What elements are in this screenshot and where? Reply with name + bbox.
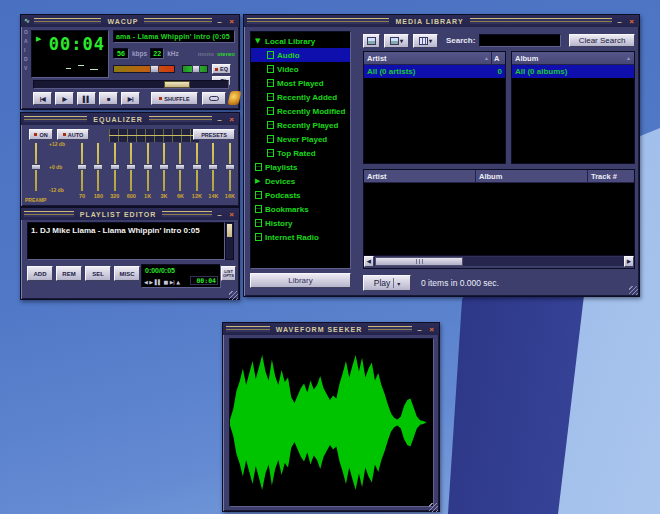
- eq-handle-320[interactable]: [110, 164, 120, 170]
- eq-handle-6k[interactable]: [175, 164, 185, 170]
- tree-item-never-played[interactable]: Never Played: [251, 132, 350, 146]
- artist-list[interactable]: All (0 artists) 0: [364, 65, 505, 163]
- close-icon[interactable]: ×: [227, 17, 236, 26]
- play-button[interactable]: ▶: [55, 92, 74, 105]
- waveform-display[interactable]: [229, 338, 434, 507]
- volume-slider[interactable]: [113, 65, 175, 73]
- eq-slider-320[interactable]: [110, 143, 120, 191]
- list-options-button[interactable]: LIST OPTS: [221, 266, 236, 281]
- close-icon[interactable]: ×: [627, 17, 636, 26]
- columns-view-button[interactable]: ▾: [413, 34, 438, 48]
- minimize-icon[interactable]: –: [215, 17, 224, 26]
- preamp-slider[interactable]: [31, 143, 41, 191]
- presets-button[interactable]: PRESETS: [193, 129, 235, 140]
- track-artist-column[interactable]: Artist: [364, 170, 476, 182]
- clear-search-button[interactable]: Clear Search: [569, 34, 635, 47]
- library-button[interactable]: Library: [250, 273, 351, 288]
- resize-grip[interactable]: [229, 291, 238, 300]
- tree-item-history[interactable]: History: [251, 216, 350, 230]
- seek-handle[interactable]: [164, 81, 190, 88]
- scrollbar-handle[interactable]: [227, 224, 232, 237]
- next-button[interactable]: ▶|: [121, 92, 140, 105]
- wacup-lightning-icon[interactable]: [228, 91, 242, 105]
- stop-button[interactable]: ■: [99, 92, 118, 105]
- eq-slider-12k[interactable]: [192, 143, 202, 191]
- clutterbar-i-button[interactable]: I: [24, 48, 28, 53]
- clutterbar-o-button[interactable]: O: [24, 30, 28, 35]
- equalizer-toggle-button[interactable]: EQ: [212, 64, 231, 74]
- track-title-marquee[interactable]: ama - Llama Whippin' Intro (0:05: [113, 30, 235, 43]
- tree-item-audio[interactable]: Audio: [251, 48, 350, 62]
- track-number-column[interactable]: Track #: [588, 170, 634, 182]
- close-icon[interactable]: ×: [227, 115, 236, 124]
- spectrum-visualization[interactable]: [66, 68, 71, 69]
- balance-slider[interactable]: [182, 65, 208, 73]
- eq-slider-180[interactable]: [93, 143, 103, 191]
- tree-item-recently-modified[interactable]: Recently Modified: [251, 104, 350, 118]
- track-album-column[interactable]: Album: [476, 170, 588, 182]
- spectrum-visualization[interactable]: [90, 69, 98, 70]
- play-dropdown-icon[interactable]: ▾: [397, 280, 400, 287]
- eq-handle-14k[interactable]: [208, 164, 218, 170]
- waveform-titlebar[interactable]: WAVEFORM SEEKER – ×: [223, 323, 439, 335]
- eq-handle-1k[interactable]: [143, 164, 153, 170]
- clutterbar[interactable]: OAIDV: [24, 30, 28, 71]
- playlist-titlebar[interactable]: PLAYLIST EDITOR – ×: [21, 208, 239, 220]
- play-selected-button[interactable]: Play ▾: [363, 275, 411, 291]
- repeat-button[interactable]: [202, 92, 226, 105]
- equalizer-titlebar[interactable]: EQUALIZER – ×: [21, 113, 239, 125]
- tracks-list[interactable]: [364, 183, 634, 255]
- clutterbar-d-button[interactable]: D: [24, 57, 28, 62]
- playlist-misc-button[interactable]: MISC: [114, 266, 140, 281]
- shuffle-button[interactable]: SHUFFLE: [151, 92, 198, 105]
- close-icon[interactable]: ×: [227, 210, 236, 219]
- eq-slider-600[interactable]: [126, 143, 136, 191]
- shade-icon[interactable]: –: [215, 210, 224, 219]
- eq-slider-6k[interactable]: [175, 143, 185, 191]
- search-input[interactable]: [479, 34, 561, 47]
- mini-previous-button[interactable]: ◀: [144, 279, 147, 285]
- shade-icon[interactable]: –: [615, 17, 624, 26]
- tree-item-top-rated[interactable]: Top Rated: [251, 146, 350, 160]
- eq-slider-14k[interactable]: [208, 143, 218, 191]
- player-titlebar[interactable]: ∿ WACUP – ×: [21, 15, 239, 27]
- eq-handle-180[interactable]: [93, 164, 103, 170]
- shade-icon[interactable]: –: [215, 115, 224, 124]
- clutterbar-a-button[interactable]: A: [24, 39, 28, 44]
- playlist-select-button[interactable]: SEL: [85, 266, 111, 281]
- playlist-remove-button[interactable]: REM: [56, 266, 82, 281]
- mini-stop-button[interactable]: ■: [163, 279, 167, 285]
- eq-handle-600[interactable]: [126, 164, 136, 170]
- album-art-view-button[interactable]: [363, 34, 380, 48]
- scroll-right-icon[interactable]: ▶: [624, 256, 634, 267]
- scroll-left-icon[interactable]: ◀: [364, 256, 374, 267]
- album-column-header[interactable]: Album ▲: [512, 52, 634, 65]
- tree-item-podcasts[interactable]: Podcasts: [251, 188, 350, 202]
- previous-button[interactable]: |◀: [33, 92, 52, 105]
- mini-play-button[interactable]: ▶: [149, 279, 152, 285]
- scrollbar-track[interactable]: [374, 257, 624, 266]
- eq-handle-3k[interactable]: [159, 164, 169, 170]
- preamp-handle[interactable]: [31, 164, 41, 170]
- seek-bar[interactable]: [33, 80, 229, 89]
- grid-view-button[interactable]: ▾: [384, 34, 409, 48]
- mini-next-button[interactable]: ▶|: [170, 279, 175, 285]
- tree-item-recently-added[interactable]: Recently Added: [251, 90, 350, 104]
- tree-item-internet-radio[interactable]: Internet Radio: [251, 230, 350, 244]
- album-list[interactable]: All (0 albums): [512, 65, 634, 163]
- tree-item-local-library[interactable]: ▼Local Library: [251, 34, 350, 48]
- eq-slider-1k[interactable]: [143, 143, 153, 191]
- volume-handle[interactable]: [150, 65, 159, 73]
- mini-eject-button[interactable]: ▲: [176, 279, 179, 285]
- eq-handle-12k[interactable]: [192, 164, 202, 170]
- mini-pause-button[interactable]: ▌▌: [155, 279, 162, 285]
- shade-icon[interactable]: –: [415, 325, 424, 334]
- tree-item-devices[interactable]: ▶Devices: [251, 174, 350, 188]
- eq-slider-3k[interactable]: [159, 143, 169, 191]
- playlist-item[interactable]: 1. DJ Mike Llama - Llama Whippin' Intro …: [31, 225, 221, 236]
- time-display[interactable]: ▶ 00:04: [31, 30, 109, 78]
- artist-row-all[interactable]: All (0 artists) 0: [364, 65, 505, 78]
- scrollbar-handle[interactable]: [375, 257, 463, 266]
- tree-item-video[interactable]: Video: [251, 62, 350, 76]
- resize-grip[interactable]: [629, 286, 638, 295]
